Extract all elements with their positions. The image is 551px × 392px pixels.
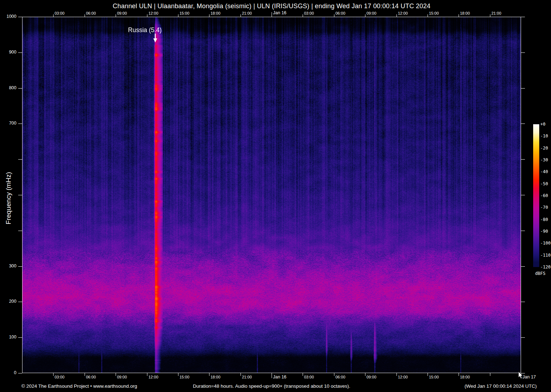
colorbar-tick-label: -110 bbox=[540, 253, 551, 258]
bottom-axis-tick-label: Jan 16 bbox=[273, 375, 287, 380]
bottom-axis-tick bbox=[272, 373, 272, 378]
y-axis-tick-right bbox=[521, 302, 525, 302]
top-axis-tick bbox=[53, 14, 54, 17]
y-axis-tick-left bbox=[18, 195, 22, 195]
colorbar-tick-label: -120 bbox=[540, 265, 551, 270]
y-axis-tick-left bbox=[18, 52, 22, 53]
bottom-axis-tick bbox=[396, 373, 397, 376]
colorbar-tick-label: -50 bbox=[540, 181, 551, 186]
chart-title: Channel ULN | Ulaanbaatar, Mongolia (sei… bbox=[22, 2, 521, 10]
footer-duration-info: Duration=48 hours. Audio speed-up=900× (… bbox=[22, 383, 521, 389]
top-axis-tick-label: 15:00 bbox=[180, 11, 189, 15]
y-axis-tick-label: 300 bbox=[1, 263, 16, 268]
y-axis-tick-label: 100 bbox=[1, 335, 16, 340]
bottom-axis-tick-label: 18:00 bbox=[460, 375, 470, 379]
footer-timestamp: (Wed Jan 17 00:00:14 2024 UTC) bbox=[465, 383, 537, 389]
spectrogram-figure: Channel ULN | Ulaanbaatar, Mongolia (sei… bbox=[0, 0, 551, 392]
y-axis-tick-right bbox=[521, 266, 525, 267]
top-axis-tick bbox=[272, 12, 272, 17]
y-axis-tick-left bbox=[18, 17, 22, 17]
y-axis-tick-left bbox=[18, 231, 22, 231]
y-axis-tick-label: 800 bbox=[1, 85, 16, 90]
y-axis-tick-right bbox=[521, 337, 525, 338]
top-axis-tick-label: 18:00 bbox=[211, 11, 221, 15]
bottom-axis-tick bbox=[241, 373, 241, 376]
top-axis-tick-label: 09:00 bbox=[367, 11, 376, 15]
top-axis-tick-label: 12:00 bbox=[398, 11, 408, 15]
colorbar-tick-label: -80 bbox=[540, 217, 551, 222]
colorbar-tick-label: -60 bbox=[540, 193, 551, 198]
bottom-axis-tick-label: 15:00 bbox=[180, 375, 189, 379]
colorbar-tick-label: +0 bbox=[540, 122, 551, 127]
bottom-axis-tick-label: 06:00 bbox=[335, 375, 345, 379]
y-axis-tick-right bbox=[521, 195, 525, 195]
top-axis-tick bbox=[459, 14, 459, 17]
top-axis-tick-label: 21:00 bbox=[491, 11, 501, 15]
colorbar-tick-label: -30 bbox=[540, 157, 551, 162]
y-axis-tick-right bbox=[521, 17, 525, 17]
colorbar-tick-label: -40 bbox=[540, 169, 551, 174]
top-axis-tick-label: 03:00 bbox=[304, 11, 314, 15]
colorbar-tick-label: -100 bbox=[540, 241, 551, 246]
top-axis-tick bbox=[241, 14, 241, 17]
colorbar-tick-label: -70 bbox=[540, 205, 551, 210]
top-axis-tick-label: 09:00 bbox=[117, 11, 127, 15]
top-axis-tick-label: 18:00 bbox=[460, 11, 470, 15]
event-annotation-label: Russia (5.4) bbox=[128, 26, 162, 34]
top-axis-tick bbox=[85, 14, 85, 17]
bottom-axis-tick bbox=[303, 373, 303, 376]
top-axis-tick-label: 15:00 bbox=[429, 11, 439, 15]
spectrogram-plot bbox=[22, 17, 521, 373]
y-axis-tick-right bbox=[521, 231, 525, 231]
y-axis-tick-label: 0 bbox=[1, 370, 16, 375]
bottom-axis-tick-label: 15:00 bbox=[429, 375, 439, 379]
y-axis-tick-label: 1000 bbox=[1, 14, 16, 19]
bottom-axis-tick bbox=[428, 373, 428, 376]
colorbar-tick-label: -10 bbox=[540, 134, 551, 139]
colorbar-tick-label: -90 bbox=[540, 229, 551, 234]
top-axis-tick bbox=[490, 14, 490, 17]
down-arrow-icon bbox=[153, 34, 158, 43]
y-axis-tick-left bbox=[18, 159, 22, 160]
bottom-axis-tick bbox=[365, 373, 365, 376]
bottom-axis-tick bbox=[85, 373, 85, 376]
top-axis-tick-label: 21:00 bbox=[242, 11, 252, 15]
y-axis-tick-label: 900 bbox=[1, 50, 16, 55]
top-axis-tick-label: 12:00 bbox=[148, 11, 158, 15]
bottom-axis-tick-label: 18:00 bbox=[211, 375, 221, 379]
bottom-axis-tick-label: 21:00 bbox=[242, 375, 252, 379]
top-axis-tick bbox=[428, 14, 428, 17]
top-axis-tick-label: 06:00 bbox=[86, 11, 96, 15]
colorbar-tick-label: -20 bbox=[540, 146, 551, 151]
spectrogram-canvas bbox=[22, 17, 521, 373]
bottom-axis-tick bbox=[53, 373, 54, 376]
bottom-axis-tick-label: 12:00 bbox=[398, 375, 408, 379]
top-axis-tick bbox=[396, 14, 397, 17]
bottom-axis-tick bbox=[459, 373, 459, 376]
bottom-axis-tick bbox=[116, 373, 116, 376]
top-axis-tick-label: 03:00 bbox=[55, 11, 65, 15]
bottom-axis-tick bbox=[178, 373, 178, 376]
y-axis-tick-left bbox=[18, 266, 22, 267]
y-axis-tick-left bbox=[18, 302, 22, 302]
bottom-axis-tick-label: Jan 17 bbox=[522, 375, 536, 380]
y-axis-tick-left bbox=[18, 88, 22, 89]
mouse-cursor-icon bbox=[518, 372, 524, 380]
y-axis-tick-left bbox=[18, 124, 22, 124]
top-axis-tick bbox=[365, 14, 365, 17]
bottom-axis-tick-label: 12:00 bbox=[148, 375, 158, 379]
bottom-axis-tick-label: 06:00 bbox=[86, 375, 96, 379]
top-axis-tick bbox=[303, 14, 303, 17]
y-axis-tick-left bbox=[18, 373, 22, 373]
bottom-axis-tick-label: 03:00 bbox=[304, 375, 314, 379]
top-axis-tick bbox=[334, 14, 334, 17]
top-axis-tick bbox=[147, 14, 147, 17]
bottom-axis-tick-label: 09:00 bbox=[117, 375, 127, 379]
top-axis-tick-label: 06:00 bbox=[335, 11, 345, 15]
y-axis-tick-left bbox=[18, 337, 22, 338]
bottom-axis-tick-label: 03:00 bbox=[55, 375, 65, 379]
y-axis-tick-right bbox=[521, 52, 525, 53]
top-axis-tick-label: Jan 16 bbox=[273, 10, 287, 15]
top-axis-tick bbox=[116, 14, 116, 17]
y-axis-label: Frequency (mHz) bbox=[5, 172, 12, 225]
